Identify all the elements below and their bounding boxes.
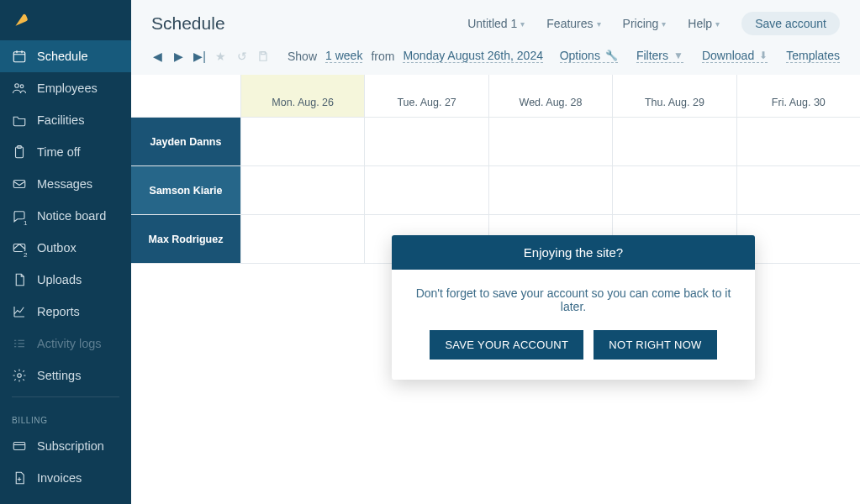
gear-icon <box>12 368 27 383</box>
day-header[interactable]: Thu. Aug. 29 <box>612 75 736 117</box>
prev-button[interactable]: ◀ <box>151 50 164 63</box>
sidebar-item-label: Messages <box>37 177 92 191</box>
skip-end-button[interactable]: ▶| <box>193 50 206 63</box>
not-right-now-button[interactable]: NOT RIGHT NOW <box>594 330 716 360</box>
sidebar-item-label: Reports <box>37 305 80 318</box>
modal-actions: SAVE YOUR ACCOUNT NOT RIGHT NOW <box>392 330 755 380</box>
modal-title: Enjoying the site? <box>392 235 755 270</box>
day-header[interactable]: Wed. Aug. 28 <box>488 75 612 117</box>
employee-name[interactable]: Jayden Danns <box>131 118 240 165</box>
calendar-cell[interactable] <box>240 118 364 165</box>
svg-rect-5 <box>13 181 25 188</box>
download-button[interactable]: Download⬇ <box>702 49 768 63</box>
svg-point-1 <box>15 84 19 88</box>
sidebar-item-settings[interactable]: Settings <box>0 360 131 391</box>
sidebar-item-label: Schedule <box>37 50 87 63</box>
show-label: Show <box>288 50 317 63</box>
calendar-cell[interactable] <box>240 166 364 214</box>
calendar-cell[interactable] <box>736 166 860 214</box>
calendar-row: Jayden Danns <box>131 118 860 166</box>
save-account-modal: Enjoying the site? Don't forget to save … <box>392 235 755 380</box>
calendar-header: Mon. Aug. 26 Tue. Aug. 27 Wed. Aug. 28 T… <box>131 75 860 118</box>
range-selector[interactable]: 1 week <box>325 49 362 63</box>
divider <box>12 396 119 397</box>
sidebar-item-messages[interactable]: Messages <box>0 168 131 200</box>
svg-rect-0 <box>13 52 25 62</box>
templates-button[interactable]: Templates <box>786 49 840 63</box>
pricing-label: Pricing <box>623 17 659 30</box>
document-name: Untitled 1 <box>467 17 517 30</box>
day-header[interactable]: Fri. Aug. 30 <box>736 75 860 117</box>
filter-icon: ▼ <box>673 50 683 61</box>
chevron-down-icon: ▾ <box>715 19 720 29</box>
chevron-down-icon: ▾ <box>597 19 601 29</box>
logo[interactable] <box>0 0 131 40</box>
sidebar-item-time-off[interactable]: Time off <box>0 136 131 168</box>
folder-icon <box>12 113 27 128</box>
filters-button[interactable]: Filters▼ <box>636 49 683 63</box>
sidebar-item-schedule[interactable]: Schedule <box>0 40 131 72</box>
svg-point-2 <box>20 85 24 88</box>
mail-icon <box>12 176 27 192</box>
employee-name[interactable]: Samson Kiarie <box>131 166 240 214</box>
day-header[interactable]: Mon. Aug. 26 <box>240 75 364 117</box>
calendar-cell[interactable] <box>364 118 488 165</box>
download-icon: ⬇ <box>759 50 768 61</box>
sidebar-item-label: Employees <box>37 81 98 95</box>
next-button[interactable]: ▶ <box>172 50 185 63</box>
save-account-button[interactable]: Save account <box>741 12 840 35</box>
calendar-cell[interactable] <box>488 118 612 165</box>
sidebar-item-notice-board[interactable]: Notice board 1 <box>0 200 131 232</box>
options-button[interactable]: Options🔧 <box>560 49 618 63</box>
clipboard-icon <box>12 144 27 160</box>
calendar-cell[interactable] <box>364 166 488 214</box>
undo-icon[interactable]: ↺ <box>235 50 248 63</box>
page-title: Schedule <box>151 13 446 34</box>
sidebar-item-reports[interactable]: Reports <box>0 296 131 328</box>
calendar-cell[interactable] <box>612 118 736 165</box>
sidebar-item-label: Activity logs <box>37 337 102 350</box>
sidebar-item-subscription[interactable]: Subscription <box>0 430 131 462</box>
calendar-cell[interactable] <box>240 215 364 263</box>
sidebar-item-facilities[interactable]: Facilities <box>0 104 131 136</box>
sidebar-item-label: Subscription <box>37 439 104 453</box>
sidebar-item-label: Facilities <box>37 113 84 127</box>
chart-icon <box>12 304 27 319</box>
employee-name[interactable]: Max Rodriguez <box>131 215 240 263</box>
document-dropdown[interactable]: Untitled 1▾ <box>467 17 525 30</box>
toolbar: ◀ ▶ ▶| ★ ↺ Show 1 week from Monday Augus… <box>131 35 860 75</box>
sidebar-item-label: Uploads <box>37 273 82 286</box>
sidebar-item-label: Outbox <box>37 241 77 255</box>
svg-rect-9 <box>261 51 265 54</box>
sidebar-item-label: Notice board <box>37 209 106 223</box>
calendar-cell[interactable] <box>488 166 612 214</box>
star-icon[interactable]: ★ <box>214 50 227 63</box>
calendar-cell[interactable] <box>612 166 736 214</box>
chevron-down-icon: ▾ <box>662 19 666 29</box>
modal-body: Don't forget to save your account so you… <box>392 270 755 330</box>
help-label: Help <box>688 17 712 30</box>
sidebar-item-invoices[interactable]: Invoices <box>0 462 131 494</box>
features-menu[interactable]: Features▾ <box>546 17 600 30</box>
file-icon <box>12 272 27 287</box>
sidebar-item-label: Invoices <box>37 471 82 485</box>
save-your-account-button[interactable]: SAVE YOUR ACCOUNT <box>430 330 583 360</box>
save-icon[interactable] <box>256 50 269 62</box>
day-header[interactable]: Tue. Aug. 27 <box>364 75 488 117</box>
calendar-icon <box>12 49 27 64</box>
sidebar-item-label: Settings <box>37 369 81 382</box>
sidebar-item-outbox[interactable]: Outbox 2 <box>0 232 131 264</box>
pricing-menu[interactable]: Pricing▾ <box>623 17 667 30</box>
date-selector[interactable]: Monday August 26th, 2024 <box>403 49 543 63</box>
file-plus-icon <box>12 470 27 486</box>
sidebar-item-employees[interactable]: Employees <box>0 72 131 104</box>
calendar-cell[interactable] <box>736 118 860 165</box>
help-menu[interactable]: Help▾ <box>688 17 720 30</box>
sidebar-item-uploads[interactable]: Uploads <box>0 264 131 296</box>
badge: 1 <box>22 219 29 227</box>
card-icon <box>12 438 27 454</box>
list-icon <box>12 336 27 351</box>
sidebar-item-activity-logs[interactable]: Activity logs <box>0 328 131 360</box>
calendar-row: Samson Kiarie <box>131 166 860 215</box>
sidebar-item-label: Time off <box>37 145 81 159</box>
